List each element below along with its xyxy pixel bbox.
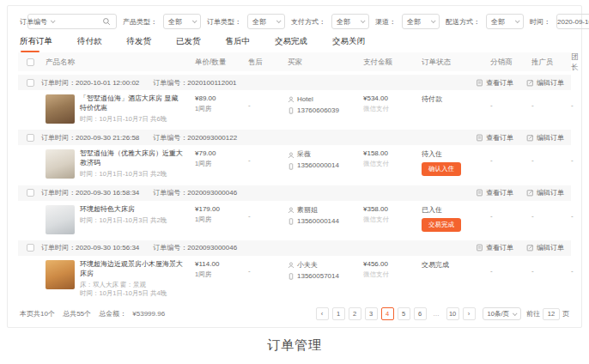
order-no-label: 订单编号： <box>153 78 187 88</box>
user-icon <box>288 152 294 159</box>
order-time-label: 订单时间： <box>41 78 76 88</box>
edit-icon <box>526 134 534 142</box>
search-input[interactable] <box>33 18 102 26</box>
search-field-select[interactable]: 订单编号 <box>18 14 21 29</box>
leader-value: - <box>571 205 574 220</box>
page-button-2[interactable]: 2 <box>349 307 361 320</box>
order-checkbox[interactable] <box>27 79 34 87</box>
order-no-value: 2020093000046 <box>187 189 237 197</box>
leader-value: - <box>571 260 574 275</box>
product-type-select[interactable]: 全部 <box>163 14 201 29</box>
edit-order-button[interactable]: 编辑订单 <box>526 133 564 143</box>
page-button-5[interactable]: 5 <box>398 307 410 320</box>
order-no-label: 订单编号： <box>153 243 187 252</box>
goto-page: 前往 页 <box>526 308 569 320</box>
buyer-name: 小夫夫 <box>288 260 363 271</box>
goto-suffix: 页 <box>562 309 569 318</box>
chevron-down-icon <box>192 18 197 23</box>
order-checkbox[interactable] <box>27 134 34 142</box>
phone-icon <box>288 163 294 170</box>
order-group: 订单时间： 2020-09-30 10:56:34 订单编号： 20200930… <box>18 240 571 301</box>
order-time-label: 订单时间： <box>41 243 76 252</box>
page-button-10[interactable]: 10 <box>446 307 459 320</box>
edit-order-button[interactable]: 编辑订单 <box>526 78 564 88</box>
order-row: 智墅逍仙海（优雅大床房）近重大教济码 时间：10月1日-10月3日 共2晚 ¥7… <box>18 145 571 181</box>
tab-1[interactable]: 待付款 <box>77 36 102 52</box>
order-time-value: 2020-09-30 21:26:58 <box>76 134 139 142</box>
filter-label-order-type: 订单类型： <box>207 17 241 27</box>
edit-order-button[interactable]: 编辑订单 <box>526 188 564 197</box>
product-name: 智墅逍仙海（优雅大床房）近重大教济码 <box>80 149 183 168</box>
tab-3[interactable]: 已发货 <box>176 36 201 52</box>
order-time-value: 2020-09-30 10:56:34 <box>76 244 139 252</box>
page-size-select[interactable]: 10条/页 <box>483 307 521 320</box>
aftersale-value: - <box>248 94 288 109</box>
order-checkbox[interactable] <box>27 244 34 252</box>
goto-page-input[interactable] <box>543 308 560 320</box>
product-date-range: 时间：10月1日-10月3日 共2晚 <box>80 170 183 179</box>
product-thumbnail <box>46 205 75 234</box>
select-value: 全部 <box>491 17 505 27</box>
delivery-select[interactable]: 全部 <box>486 14 524 29</box>
document-icon <box>476 244 483 252</box>
product-thumbnail <box>46 149 75 179</box>
chevron-down-icon <box>276 18 282 23</box>
promoter-value: - <box>531 94 571 109</box>
status-action-button[interactable]: 确认入住 <box>422 162 461 176</box>
product-name: 环境超海边近观景房小木屋海景大床房 <box>80 260 183 279</box>
tab-2[interactable]: 待发货 <box>127 36 152 52</box>
buyer-phone: 13760606039 <box>288 106 363 117</box>
view-order-button[interactable]: 查看订单 <box>476 133 513 143</box>
distributor-value: - <box>490 149 531 164</box>
filter-label-product-type: 产品类型： <box>123 17 157 27</box>
distributor-value: - <box>490 260 531 275</box>
search-icon[interactable] <box>102 17 111 26</box>
order-no-value: 2020093000122 <box>187 134 237 142</box>
aftersale-value: - <box>248 149 288 164</box>
unit-price: ¥79.00 <box>195 149 248 157</box>
product-date-range: 时间：10月1日-10月5日 共4晚 <box>80 289 183 299</box>
view-order-button[interactable]: 查看订单 <box>476 78 513 88</box>
tab-4[interactable]: 售后中 <box>226 36 251 52</box>
user-icon <box>288 207 294 214</box>
order-type-select[interactable]: 全部 <box>247 14 285 29</box>
tab-6[interactable]: 交易关闭 <box>332 36 365 52</box>
pay-method-select[interactable]: 全部 <box>331 14 369 29</box>
document-icon <box>476 134 483 142</box>
order-time-label: 订单时间： <box>41 188 76 197</box>
select-value: 全部 <box>252 17 266 27</box>
distributor-value: - <box>490 94 531 109</box>
pay-method: 微信支付 <box>363 160 422 168</box>
page-size-value: 10条/页 <box>488 310 509 318</box>
tab-5[interactable]: 交易完成 <box>275 36 307 52</box>
page-title: 订单管理 <box>0 337 589 354</box>
select-all-checkbox[interactable] <box>27 58 34 66</box>
chevron-down-icon <box>515 18 520 23</box>
order-checkbox[interactable] <box>27 189 34 197</box>
page-ellipsis: … <box>430 307 443 320</box>
page-button-1[interactable]: 1 <box>332 307 345 320</box>
edit-order-button[interactable]: 编辑订单 <box>526 243 564 252</box>
next-page-button[interactable]: › <box>463 307 476 320</box>
channel-select[interactable]: 全部 <box>402 14 440 29</box>
tab-0[interactable]: 所有订单 <box>20 36 52 52</box>
view-order-button[interactable]: 查看订单 <box>476 188 513 197</box>
pay-method: 微信支付 <box>363 270 422 279</box>
document-icon <box>476 189 483 197</box>
view-order-button[interactable]: 查看订单 <box>476 243 513 252</box>
order-no-label: 订单编号： <box>153 133 187 143</box>
date-start-input[interactable]: 2020-09-10 <box>556 14 589 29</box>
total-count: 总共55个 <box>63 310 91 318</box>
pay-amount: ¥456.00 <box>363 260 422 268</box>
order-time-value: 2020-09-30 16:58:34 <box>76 189 139 197</box>
product-spec: 床：双人大床 窗：景观 <box>80 281 183 290</box>
status-action-button[interactable]: 交易完成 <box>422 218 461 232</box>
filter-label-delivery: 配送方式： <box>446 17 480 27</box>
search-box[interactable] <box>27 14 117 29</box>
page-button-6[interactable]: 6 <box>414 307 427 320</box>
quantity: 1间房 <box>195 215 248 224</box>
page-button-4[interactable]: 4 <box>381 307 394 320</box>
prev-page-button[interactable]: ‹ <box>316 307 329 320</box>
chevron-down-icon <box>361 18 366 23</box>
page-button-3[interactable]: 3 <box>365 307 378 320</box>
